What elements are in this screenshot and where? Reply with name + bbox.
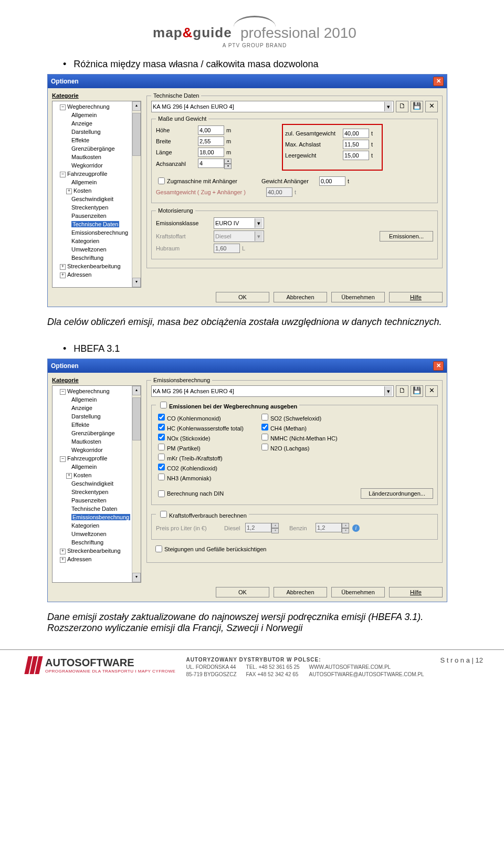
chevron-down-icon[interactable]: ▾: [255, 218, 262, 228]
info-icon[interactable]: i: [352, 524, 360, 532]
ok-button[interactable]: OK: [216, 292, 269, 302]
tree-item[interactable]: Kosten: [74, 187, 91, 194]
new-icon[interactable]: 🗋: [396, 101, 408, 112]
tree-item[interactable]: Kosten: [74, 472, 91, 478]
scroll-thumb[interactable]: [132, 397, 141, 440]
cancel-button[interactable]: Abbrechen: [274, 292, 327, 302]
collapse-icon[interactable]: −: [60, 389, 66, 395]
scroll-up-icon[interactable]: ▴: [132, 386, 141, 395]
nh3-checkbox[interactable]: [158, 474, 165, 480]
vehicle-dropdown[interactable]: KA MG 296 [4 Achsen EURO 4]▾: [151, 385, 394, 397]
tree-item[interactable]: Effekte: [71, 422, 89, 428]
ok-button[interactable]: OK: [216, 587, 269, 597]
vehicle-dropdown[interactable]: KA MG 296 [4 Achsen EURO 4]▾: [151, 101, 394, 112]
scroll-down-icon[interactable]: ▾: [132, 278, 141, 287]
expand-icon[interactable]: +: [66, 473, 72, 479]
tree-item[interactable]: Mautkosten: [71, 154, 101, 160]
tree-item[interactable]: Anzeige: [71, 405, 92, 411]
pm-checkbox[interactable]: [158, 444, 165, 450]
close-icon[interactable]: ✕: [433, 361, 444, 371]
mkr-checkbox[interactable]: [158, 454, 165, 460]
tree-item[interactable]: Darstellung: [71, 413, 101, 419]
ch4-checkbox[interactable]: [261, 424, 268, 430]
tree-item[interactable]: Mautkosten: [71, 438, 101, 445]
delete-icon[interactable]: ✕: [425, 101, 438, 112]
tree-item[interactable]: Grenzübergänge: [71, 430, 115, 436]
tree-item[interactable]: Effekte: [71, 137, 89, 143]
category-tree[interactable]: −Wegberechnung Allgemein Anzeige Darstel…: [52, 385, 141, 583]
max-axle-input[interactable]: [343, 140, 369, 149]
tree-item[interactable]: Emissionsberechnung: [71, 229, 128, 236]
tree-item[interactable]: Wegberechnung: [67, 103, 110, 110]
slopes-checkbox[interactable]: [155, 545, 162, 552]
co2-checkbox[interactable]: [158, 464, 165, 470]
nmhc-checkbox[interactable]: [261, 434, 268, 440]
tree-item[interactable]: Allgemein: [71, 464, 97, 470]
collapse-icon[interactable]: −: [60, 456, 66, 462]
tree-item[interactable]: Umweltzonen: [71, 246, 107, 253]
tree-item[interactable]: Streckentypen: [71, 489, 108, 495]
tree-item[interactable]: Pausenzeiten: [71, 213, 107, 219]
n2o-checkbox[interactable]: [261, 444, 268, 450]
hc-checkbox[interactable]: [158, 424, 165, 430]
tree-item[interactable]: Allgemein: [71, 112, 97, 118]
save-icon[interactable]: 💾: [411, 101, 423, 112]
tree-item[interactable]: Beschriftung: [71, 255, 103, 261]
tree-item[interactable]: Fahrzeugprofile: [67, 455, 107, 461]
titlebar[interactable]: Optionen ✕: [48, 359, 447, 373]
tree-item-selected[interactable]: Emissionsberechnung: [71, 514, 130, 520]
din-checkbox[interactable]: [158, 490, 165, 497]
trailer-weight-input[interactable]: [319, 176, 345, 186]
expand-icon[interactable]: +: [60, 549, 66, 554]
country-assign-button[interactable]: Länderzuordnungen...: [361, 488, 433, 499]
tree-item[interactable]: Allgemein: [71, 179, 97, 185]
tree-item[interactable]: Beschriftung: [71, 539, 103, 545]
tree-item[interactable]: Wegkorridor: [71, 447, 103, 453]
help-button[interactable]: Hilfe: [389, 587, 443, 597]
titlebar[interactable]: Optionen ✕: [48, 75, 447, 88]
expand-icon[interactable]: +: [60, 557, 66, 563]
close-icon[interactable]: ✕: [433, 77, 444, 86]
tree-item[interactable]: Wegkorridor: [71, 162, 103, 169]
tree-item[interactable]: Kategorien: [71, 238, 99, 244]
empty-weight-input[interactable]: [343, 151, 369, 160]
tree-item[interactable]: Pausenzeiten: [71, 497, 107, 503]
new-icon[interactable]: 🗋: [396, 385, 408, 397]
tree-item[interactable]: Geschwindigkeit: [71, 480, 113, 487]
apply-button[interactable]: Übernehmen: [331, 292, 385, 302]
nox-checkbox[interactable]: [158, 434, 165, 440]
chevron-down-icon[interactable]: ▾: [384, 386, 392, 396]
collapse-icon[interactable]: −: [60, 104, 66, 110]
tree-item[interactable]: Allgemein: [71, 396, 97, 403]
scroll-up-icon[interactable]: ▴: [132, 101, 141, 111]
length-input[interactable]: [198, 148, 224, 157]
fuel-calc-checkbox[interactable]: [160, 511, 167, 518]
collapse-icon[interactable]: −: [60, 172, 66, 177]
cancel-button[interactable]: Abbrechen: [274, 587, 327, 597]
spin-up-icon[interactable]: ▴: [224, 159, 232, 164]
tree-item[interactable]: Umweltzonen: [71, 531, 107, 537]
scrollbar[interactable]: ▴ ▾: [132, 386, 141, 582]
tree-item[interactable]: Darstellung: [71, 129, 101, 135]
expand-icon[interactable]: +: [60, 272, 66, 278]
axles-stepper[interactable]: ▴▾: [198, 159, 232, 169]
tree-item-selected[interactable]: Technische Daten: [71, 221, 119, 227]
tree-item[interactable]: Wegberechnung: [67, 388, 110, 394]
tree-item[interactable]: Adressen: [67, 271, 91, 278]
apply-button[interactable]: Übernehmen: [331, 587, 385, 597]
save-icon[interactable]: 💾: [411, 385, 423, 397]
tree-item[interactable]: Technische Daten: [71, 506, 117, 512]
width-input[interactable]: [198, 136, 224, 146]
tree-item[interactable]: Anzeige: [71, 120, 92, 127]
tree-item[interactable]: Streckenbearbeitung: [67, 263, 121, 269]
tree-item[interactable]: Geschwindigkeit: [71, 196, 113, 202]
gross-weight-input[interactable]: [343, 129, 369, 138]
emissions-button[interactable]: Emissionen...: [380, 231, 433, 242]
axles-input[interactable]: [198, 159, 224, 168]
tree-item[interactable]: Kategorien: [71, 522, 99, 529]
tree-item[interactable]: Grenzübergänge: [71, 145, 115, 152]
category-tree[interactable]: −Wegberechnung Allgemein Anzeige Darstel…: [52, 101, 141, 288]
delete-icon[interactable]: ✕: [425, 385, 438, 397]
tree-item[interactable]: Streckenbearbeitung: [67, 548, 121, 554]
emission-class-dropdown[interactable]: EURO IV▾: [214, 217, 264, 229]
